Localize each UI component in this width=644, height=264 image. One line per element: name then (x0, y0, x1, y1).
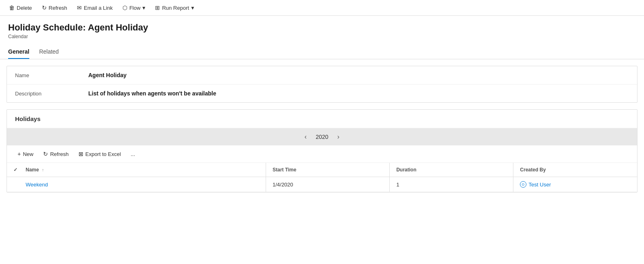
holidays-title: Holidays (7, 110, 637, 128)
year-label: 2020 (316, 134, 328, 140)
user-link[interactable]: ⊙Test User (520, 181, 631, 188)
flow-icon: ⬡ (122, 4, 127, 11)
refresh-button[interactable]: ↻ Refresh (38, 2, 72, 13)
run-report-button[interactable]: ⊞ Run Report ▾ (151, 2, 198, 13)
description-value: List of holidays when agents won't be av… (88, 90, 216, 97)
holidays-table: ✓ Name ↑ Start Time Duration Created By … (7, 163, 637, 192)
row-created-by[interactable]: ⊙Test User (513, 177, 637, 192)
holidays-refresh-button[interactable]: ↻ Refresh (39, 149, 73, 159)
year-nav: ‹ 2020 › (7, 128, 637, 145)
run-report-icon: ⊞ (155, 4, 160, 11)
plus-icon: + (17, 151, 21, 157)
row-check[interactable] (7, 177, 19, 192)
refresh-label: Refresh (49, 5, 68, 11)
year-next-button[interactable]: › (335, 132, 342, 141)
main-toolbar: 🗑 Delete ↻ Refresh ✉ Email a Link ⬡ Flow… (0, 0, 644, 16)
content-area: Name Agent Holiday Description List of h… (0, 59, 644, 199)
email-icon: ✉ (77, 4, 82, 11)
export-excel-button[interactable]: ⊠ Export to Excel (74, 149, 125, 159)
new-button[interactable]: + New (13, 149, 37, 159)
email-label: Email a Link (84, 5, 113, 11)
form-card: Name Agent Holiday Description List of h… (7, 66, 637, 103)
holiday-name-link[interactable]: Weekend (26, 182, 48, 188)
th-start-time: Start Time (266, 163, 389, 177)
flow-label: Flow (129, 5, 140, 11)
th-duration: Duration (390, 163, 513, 177)
th-name-label: Name (26, 167, 39, 173)
tabs-bar: General Related (0, 45, 644, 59)
user-name: Test User (528, 182, 551, 188)
excel-icon: ⊠ (79, 151, 83, 157)
run-report-label: Run Report (162, 5, 189, 11)
holidays-sub-toolbar: + New ↻ Refresh ⊠ Export to Excel ... (7, 145, 637, 163)
delete-icon: 🗑 (9, 4, 15, 11)
user-icon: ⊙ (520, 181, 526, 188)
more-options-button[interactable]: ... (127, 149, 139, 159)
description-label: Description (15, 91, 88, 97)
page-header: Holiday Schedule: Agent Holiday Calendar (0, 16, 644, 39)
holidays-section: Holidays ‹ 2020 › + New ↻ Refresh ⊠ Expo… (7, 109, 637, 193)
page-subtitle: Calendar (8, 34, 636, 39)
th-created-by: Created By (513, 163, 637, 177)
export-label: Export to Excel (85, 151, 121, 157)
holidays-refresh-label: Refresh (50, 151, 69, 157)
refresh-icon: ↻ (42, 4, 47, 11)
run-report-chevron-icon: ▾ (191, 4, 194, 11)
th-check: ✓ (7, 163, 19, 177)
year-prev-button[interactable]: ‹ (302, 132, 309, 141)
row-name[interactable]: Weekend (19, 177, 266, 192)
form-row-name: Name Agent Holiday (7, 66, 637, 84)
more-label: ... (131, 151, 135, 157)
new-label: New (23, 151, 33, 157)
flow-chevron-icon: ▾ (142, 4, 145, 11)
flow-button[interactable]: ⬡ Flow ▾ (118, 2, 149, 13)
tab-general[interactable]: General (8, 45, 29, 59)
sort-icon: ↑ (42, 168, 44, 172)
row-duration: 1 (390, 177, 513, 192)
email-link-button[interactable]: ✉ Email a Link (73, 2, 117, 13)
table-header-row: ✓ Name ↑ Start Time Duration Created By (7, 163, 637, 177)
name-label: Name (15, 72, 88, 78)
page-title: Holiday Schedule: Agent Holiday (8, 22, 636, 33)
tab-related[interactable]: Related (39, 45, 59, 59)
table-row: Weekend1/4/20201⊙Test User (7, 177, 637, 192)
name-value: Agent Holiday (88, 72, 127, 78)
th-name[interactable]: Name ↑ (19, 163, 266, 177)
holidays-refresh-icon: ↻ (43, 151, 48, 157)
row-start-time: 1/4/2020 (266, 177, 389, 192)
delete-label: Delete (17, 5, 32, 11)
form-row-description: Description List of holidays when agents… (7, 84, 637, 102)
delete-button[interactable]: 🗑 Delete (5, 2, 36, 13)
